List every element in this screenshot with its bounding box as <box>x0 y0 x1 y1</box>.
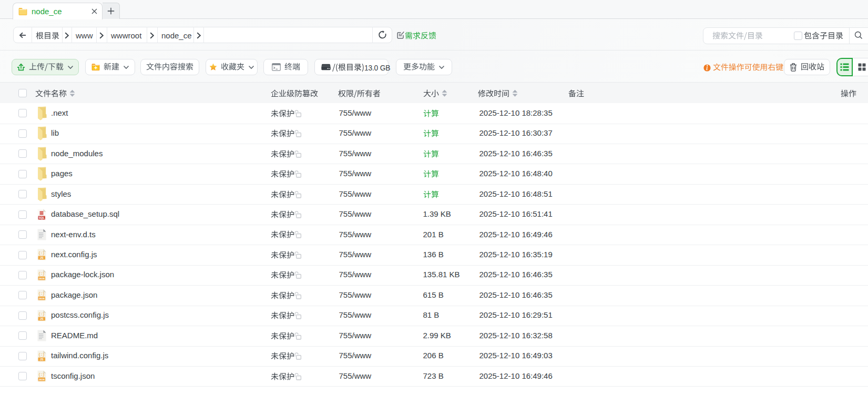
svg-text:JSON: JSON <box>38 297 44 300</box>
svg-text:{:}: {:} <box>38 292 45 296</box>
svg-text:{:}: {:} <box>38 251 45 255</box>
svg-text:JS: JS <box>40 256 44 259</box>
svg-text:JSON: JSON <box>38 378 44 381</box>
svg-text:{:}: {:} <box>38 272 45 276</box>
svg-text:{:}: {:} <box>38 352 45 356</box>
svg-text:{:}: {:} <box>38 373 45 377</box>
svg-text:JSON: JSON <box>38 277 44 280</box>
svg-text:JS: JS <box>40 358 44 361</box>
svg-text:JS: JS <box>40 317 44 320</box>
svg-text:{:}: {:} <box>38 312 45 316</box>
svg-text:SQL: SQL <box>39 216 45 219</box>
